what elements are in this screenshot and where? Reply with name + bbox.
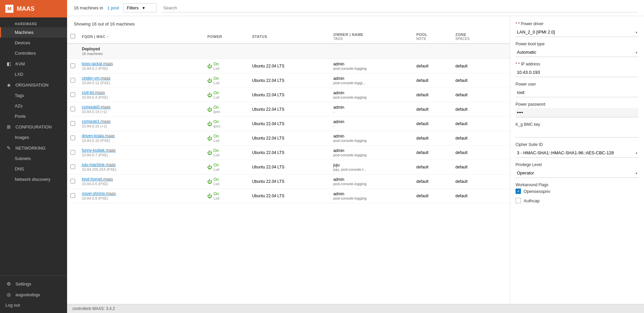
table-row: kind-hornet.maas 10.84.0.6 (PXE) ⏻ On Lx… (67, 174, 510, 189)
config-label: CONFIGURATION (15, 124, 52, 129)
power-status: ⏻ On Lxd (207, 192, 245, 200)
pool: default (413, 174, 452, 189)
power-driver-label: * Power driver (516, 21, 639, 26)
ip-address-input[interactable] (516, 68, 639, 77)
table-row: juju-machine.maas 10.84.255.254 (PXE) ⏻ … (67, 160, 510, 174)
sidebar-item-dns[interactable]: DNS (0, 164, 67, 174)
row-checkbox[interactable] (70, 63, 75, 68)
kg-bmc-key-input[interactable] (516, 128, 639, 138)
network-discovery-label: Network discovery (15, 177, 50, 182)
table-row: compute0.maas 10.84.0.14 (+1) ⏻ On ipmi … (67, 102, 510, 117)
row-checkbox[interactable] (70, 193, 75, 198)
extra-col (496, 117, 510, 131)
machine-name-link[interactable]: kind-hornet.maas (82, 177, 113, 181)
row-checkbox[interactable] (70, 107, 75, 111)
cipher-suite-select-wrapper[interactable]: 3 - HMAC-SHA1::HMAC-SHA1-96::AES-CBC-128… (516, 148, 639, 158)
power-boot-type-select-wrapper[interactable]: Automatic Legacy EFI ▾ (516, 48, 639, 57)
status-text: Ubuntu 22.04 LTS (252, 64, 284, 68)
extra-col (496, 59, 510, 73)
machine-name-link[interactable]: compute0.maas (82, 105, 110, 109)
filters-dropdown[interactable]: Filters ▾ (123, 3, 157, 12)
zone: default (452, 160, 496, 174)
kvm-icon: ◧ (5, 61, 12, 66)
sidebar-item-controllers[interactable]: Controllers (0, 48, 67, 58)
privilege-level-select[interactable]: Operator User Administrator (516, 168, 639, 177)
machine-name-link[interactable]: compute1.maas (82, 119, 110, 124)
sidebar-item-devices[interactable]: Devices (0, 38, 67, 48)
showing-label: Showing 16 out of 16 machines (67, 16, 510, 30)
checkmark-icon: ✓ (517, 189, 520, 194)
power-status: ⏻ On Lxd (207, 163, 245, 171)
power-user-input[interactable] (516, 88, 639, 97)
search-input[interactable] (161, 4, 637, 12)
machines-label: Machines (15, 30, 34, 35)
machine-name-link[interactable]: funny-kodiak.maas (82, 148, 116, 153)
select-all-checkbox[interactable] (70, 34, 75, 39)
sidebar-item-user[interactable]: ◎ augustodsgv (0, 289, 67, 300)
sidebar-item-logout[interactable]: Log out (0, 300, 67, 310)
machine-name-link[interactable]: cinder-vm.maas (82, 76, 110, 81)
power-source: ipmi (213, 124, 220, 128)
power-driver-select-wrapper[interactable]: LAN_2_0 [IPMI 2.0] LAN [IPMI 1.5] Manual… (516, 28, 639, 37)
sidebar-item-subnets[interactable]: Subnets (0, 153, 67, 164)
sidebar-item-settings[interactable]: ⚙ Settings (0, 278, 67, 289)
zone: default (452, 73, 496, 88)
status-text: Ubuntu 22.04 LTS (252, 78, 284, 83)
machine-name-link[interactable]: civil-kit.maas (82, 90, 105, 95)
pool: default (413, 189, 452, 203)
col-extra (496, 30, 510, 44)
col-pool: POOLNOTE (413, 30, 452, 44)
sidebar-item-configuration[interactable]: ⊞ CONFIGURATION (0, 121, 67, 132)
machine-name-link[interactable]: boss-jackal.maas (82, 61, 113, 66)
row-checkbox[interactable] (70, 150, 75, 155)
privilege-level-select-wrapper[interactable]: Operator User Administrator ▾ (516, 168, 639, 178)
sidebar-item-organisation[interactable]: ◈ ORGANISATION (0, 80, 67, 90)
col-power: POWER (204, 30, 249, 44)
sidebar-item-kvm[interactable]: ◧ KVM (0, 58, 67, 69)
sidebar-item-network-discovery[interactable]: Network discovery (0, 174, 67, 185)
power-password-input[interactable] (516, 108, 639, 117)
pool-link[interactable]: 1 pool (107, 5, 119, 10)
power-status: ⏻ On Lxd (207, 62, 245, 70)
row-checkbox[interactable] (70, 92, 75, 97)
zone: default (452, 102, 496, 117)
opensesspriv-checkbox[interactable]: ✓ (516, 189, 521, 194)
privilege-level-group: Privilege Level Operator User Administra… (516, 162, 639, 178)
filters-label: Filters (127, 5, 139, 10)
machine-name-link[interactable]: novel-shrimp.maas (82, 191, 116, 196)
privilege-level-label: Privilege Level (516, 162, 639, 167)
user-icon: ◎ (5, 292, 12, 297)
col-status: STATUS (249, 30, 330, 44)
authcap-label: Authcap (524, 198, 540, 203)
row-checkbox[interactable] (70, 164, 75, 169)
power-boot-type-label: Power boot type (516, 42, 639, 46)
sidebar-item-pools[interactable]: Pools (0, 111, 67, 121)
sidebar-item-networking[interactable]: ✎ NETWORKING (0, 143, 67, 153)
row-checkbox[interactable] (70, 78, 75, 83)
power-on-label: On (213, 119, 220, 124)
opensesspriv-group: ✓ Opensesspriv (516, 189, 639, 194)
sidebar-item-machines[interactable]: Machines (0, 27, 67, 38)
table-row: compute1.maas 10.84.0.15 (+1) ⏻ On ipmi … (67, 117, 510, 131)
row-checkbox[interactable] (70, 121, 75, 126)
config-icon: ⊞ (5, 124, 12, 129)
machine-ip: 10.84.255.254 (PXE) (82, 167, 116, 171)
machine-name-link[interactable]: juju-machine.maas (82, 162, 116, 167)
sidebar-item-lxd[interactable]: LXD (0, 69, 67, 80)
pool: default (413, 146, 452, 160)
power-boot-type-select[interactable]: Automatic Legacy EFI (516, 48, 639, 57)
cipher-suite-select[interactable]: 3 - HMAC-SHA1::HMAC-SHA1-96::AES-CBC-128… (516, 148, 639, 157)
row-checkbox[interactable] (70, 179, 75, 184)
power-source: Lxd (213, 196, 219, 200)
extra-col (496, 174, 510, 189)
sidebar-item-tags[interactable]: Tags (0, 90, 67, 101)
authcap-checkbox[interactable] (516, 198, 521, 203)
machine-ip: 10.84.0.10 (PXE) (82, 139, 110, 143)
machine-name-link[interactable]: driven-koala.maas (82, 134, 115, 138)
sidebar-item-images[interactable]: Images (0, 132, 67, 143)
app-logo[interactable]: M MAAS (0, 0, 67, 17)
power-driver-select[interactable]: LAN_2_0 [IPMI 2.0] LAN [IPMI 1.5] Manual (516, 28, 639, 37)
col-fqdn: FQDN | MAC ↑ (78, 30, 204, 44)
sidebar-item-azs[interactable]: AZs (0, 101, 67, 111)
row-checkbox[interactable] (70, 136, 75, 140)
